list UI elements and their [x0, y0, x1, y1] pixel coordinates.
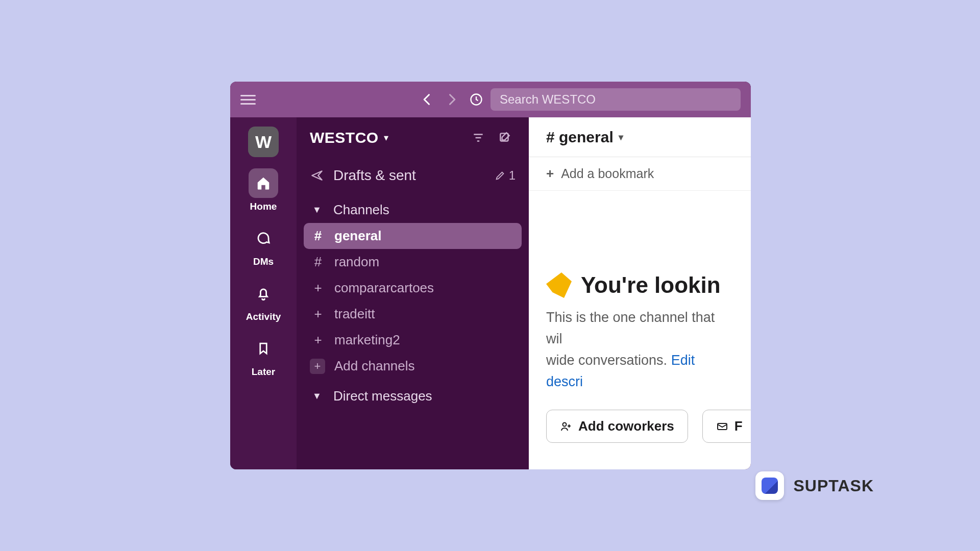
channel-title-button[interactable]: # general ▾	[546, 129, 623, 146]
svg-point-2	[563, 422, 567, 426]
rail: W Home DMs Activity	[230, 117, 297, 469]
chevron-down-icon: ▾	[384, 132, 388, 143]
channel-name: marketing2	[334, 332, 514, 348]
workspace-switcher[interactable]: WESTCO ▾	[297, 117, 529, 158]
add-coworkers-button[interactable]: Add coworkers	[546, 410, 688, 443]
add-channels-label: Add channels	[334, 358, 516, 374]
channel-general[interactable]: # general	[304, 223, 522, 249]
sidebar: WESTCO ▾ Drafts & sent 1	[297, 117, 529, 469]
channel-marketing2[interactable]: + marketing2	[304, 327, 522, 353]
caret-down-icon: ▼	[310, 205, 324, 215]
rail-label: Home	[250, 201, 277, 212]
channel-tradeitt[interactable]: + tradeitt	[304, 301, 522, 327]
megaphone-icon	[546, 272, 572, 298]
workspace-badge[interactable]: W	[248, 127, 279, 157]
plus-icon: +	[311, 306, 325, 322]
rail-item-dms[interactable]: DMs	[249, 223, 278, 267]
hash-icon: #	[311, 254, 325, 270]
search-placeholder: Search WESTCO	[500, 92, 596, 107]
channel-title: # general	[546, 129, 614, 146]
section-direct-messages[interactable]: ▼ Direct messages	[297, 379, 529, 409]
search-input[interactable]: Search WESTCO	[491, 88, 741, 111]
compose-icon[interactable]	[494, 127, 516, 148]
app-window: Search WESTCO W Home DMs	[230, 82, 751, 469]
rail-label: Later	[252, 366, 275, 378]
add-bookmark-button[interactable]: + Add a bookmark	[529, 157, 751, 191]
channel-compararcartoes[interactable]: + compararcartoes	[304, 275, 522, 301]
section-channels[interactable]: ▼ Channels	[297, 193, 529, 223]
main-content: # general ▾ + Add a bookmark You're look…	[529, 117, 751, 469]
plus-box-icon: +	[310, 359, 325, 374]
rail-item-activity[interactable]: Activity	[246, 279, 281, 322]
workspace-name: WESTCO	[310, 129, 379, 146]
section-label: Channels	[333, 202, 516, 218]
bookmark-label: Add a bookmark	[561, 166, 654, 181]
caret-down-icon: ▼	[310, 391, 324, 402]
channel-random[interactable]: # random	[304, 249, 522, 275]
plus-icon: +	[311, 280, 325, 296]
bookmark-icon	[249, 334, 278, 363]
hash-icon: #	[311, 228, 325, 244]
drafts-label: Drafts & sent	[333, 167, 485, 184]
chevron-down-icon: ▾	[619, 132, 623, 143]
menu-icon[interactable]	[240, 92, 256, 107]
drafts-count: 1	[495, 168, 516, 183]
rail-label: DMs	[253, 256, 274, 267]
sidebar-item-drafts[interactable]: Drafts & sent 1	[297, 158, 529, 193]
topbar: Search WESTCO	[230, 82, 751, 117]
history-icon[interactable]	[466, 89, 486, 110]
channel-name: compararcartoes	[334, 280, 514, 296]
send-icon	[310, 169, 324, 182]
brand-badge: SUPTASK	[755, 471, 874, 500]
rail-label: Activity	[246, 311, 281, 322]
section-label: Direct messages	[333, 388, 516, 404]
forward-button-partial[interactable]: F	[702, 410, 751, 443]
channel-body: You're lookin This is the one channel th…	[529, 191, 751, 469]
home-icon	[249, 168, 278, 198]
plus-icon: +	[546, 166, 554, 182]
brand-logo	[755, 471, 784, 500]
forward-button[interactable]	[442, 89, 462, 110]
channel-name: tradeitt	[334, 306, 514, 322]
channel-name: random	[334, 254, 514, 270]
filter-icon[interactable]	[468, 127, 489, 148]
plus-icon: +	[311, 332, 325, 348]
button-label: Add coworkers	[578, 418, 674, 434]
rail-item-home[interactable]: Home	[249, 168, 278, 212]
back-button[interactable]	[417, 89, 437, 110]
button-label: F	[734, 418, 743, 434]
channel-name: general	[334, 228, 514, 244]
add-channels-button[interactable]: + Add channels	[297, 353, 529, 379]
dms-icon	[249, 223, 278, 253]
channel-header: # general ▾	[529, 117, 751, 157]
channel-description: This is the one channel that wil wide co…	[546, 307, 733, 392]
brand-name: SUPTASK	[793, 477, 874, 495]
rail-item-later[interactable]: Later	[249, 334, 278, 378]
hero-title: You're lookin	[581, 272, 721, 298]
bell-icon	[249, 279, 278, 308]
